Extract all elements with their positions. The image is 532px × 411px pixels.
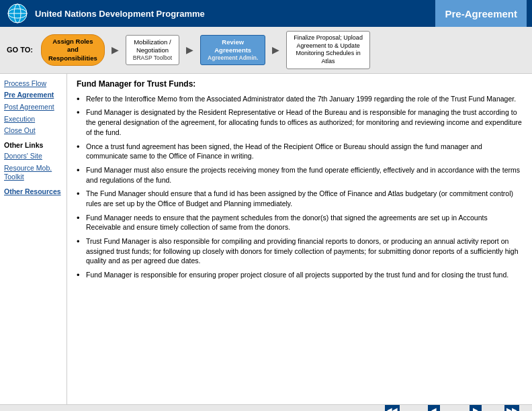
step-mobilization-box[interactable]: Mobilization /Negotiation BRASP Toolbot	[126, 35, 179, 66]
bullet-item: • Fund Manager needs to ensure that the …	[77, 213, 523, 232]
header-title: United Nations Development Programme	[35, 9, 435, 19]
flow-step-mobilization[interactable]: Mobilization /Negotiation BRASP Toolbot	[126, 35, 179, 66]
goto-label: GO TO:	[7, 46, 33, 54]
bullet-dot: •	[77, 271, 86, 279]
bullet-dot: •	[77, 95, 86, 103]
content-area: Fund Manager for Trust Funds: • Refer to…	[67, 74, 532, 404]
sidebar: Process Flow Pre Agreement Post Agreemen…	[0, 74, 67, 404]
bullet-dot: •	[77, 108, 86, 117]
arrow-2: ▶	[186, 44, 193, 55]
last-page-button[interactable]: ▶▶ Last Page	[498, 405, 525, 411]
sidebar-pre-agreement[interactable]: Pre Agreement	[4, 91, 62, 100]
bullet-text: The Fund Manager should ensure that a fu…	[86, 189, 523, 208]
bullet-item: • Fund Manager is designated by the Resi…	[77, 107, 523, 137]
flow-step-finalize[interactable]: Finalize Proposal; UploadAgreement to & …	[286, 31, 370, 69]
step-mobilization-label: Mobilization /Negotiation	[134, 38, 171, 54]
bullet-text: Fund Manager needs to ensure that the pa…	[86, 213, 523, 232]
bullet-text: Once a trust fund agreement has been sig…	[86, 142, 523, 161]
next-page-button[interactable]: ▶ Next Page	[461, 405, 490, 411]
bullet-text: Trust Fund Manager is also responsible f…	[86, 236, 523, 266]
step-mobilization-sub: BRASP Toolbot	[133, 54, 172, 62]
step-review-sub: Agreement Admin.	[208, 54, 258, 62]
sidebar-execution[interactable]: Execution	[4, 115, 62, 124]
bullet-item: • Fund Manager must also ensure the proj…	[77, 165, 523, 185]
bullet-item: • Once a trust fund agreement has been s…	[77, 142, 523, 161]
bullet-text: Refer to the Interoffice Memo from the A…	[86, 94, 523, 104]
bullet-item: • The Fund Manager should ensure that a …	[77, 189, 523, 208]
sidebar-donors-site[interactable]: Donors' Site	[4, 152, 62, 161]
bullet-dot: •	[77, 189, 86, 198]
bullet-text: Fund Manager must also ensure the projec…	[86, 165, 523, 185]
bullet-text: Fund Manager is responsible for ensuring…	[86, 270, 523, 280]
last-page-icon: ▶▶	[504, 405, 519, 411]
footer: Non-core Revenue Management-Better Pract…	[0, 404, 532, 411]
step-assign-box[interactable]: Assign RolesandResponsibilities	[41, 34, 105, 66]
section-title: Pre-Agreement	[435, 0, 527, 27]
bullet-list: • Refer to the Interoffice Memo from the…	[77, 94, 523, 280]
bullet-dot: •	[77, 214, 86, 222]
step-finalize-box[interactable]: Finalize Proposal; UploadAgreement to & …	[286, 31, 370, 69]
next-page-icon: ▶	[470, 405, 482, 411]
arrow-1: ▶	[112, 44, 119, 55]
bullet-dot: •	[77, 237, 86, 246]
bullet-item: • Refer to the Interoffice Memo from the…	[77, 94, 523, 104]
bullet-item: • Fund Manager is responsible for ensuri…	[77, 270, 523, 280]
first-page-icon: ◀◀	[385, 405, 400, 411]
flow-step-review[interactable]: ReviewAgreements Agreement Admin.	[200, 35, 265, 66]
bullet-text: Fund Manager is designated by the Reside…	[86, 107, 523, 137]
bullet-dot: •	[77, 142, 86, 151]
previous-page-icon: ◀	[428, 405, 440, 411]
step-finalize-label: Finalize Proposal; UploadAgreement to & …	[294, 34, 363, 64]
sidebar-close-out[interactable]: Close Out	[4, 126, 62, 136]
other-links-label: Other Links	[4, 141, 62, 149]
bullet-item: • Trust Fund Manager is also responsible…	[77, 236, 523, 266]
bullet-dot: •	[77, 166, 86, 175]
undp-logo	[5, 1, 30, 26]
sidebar-resource-mob[interactable]: Resource Mob. Toolkit	[4, 164, 62, 182]
step-review-box[interactable]: ReviewAgreements Agreement Admin.	[200, 35, 265, 66]
previous-page-button[interactable]: ◀ Previous Page	[414, 405, 454, 411]
nav-bar: GO TO: Assign RolesandResponsibilities ▶…	[0, 27, 532, 74]
footer-nav: ◀◀ First Page ◀ Previous Page ▶ Next Pag…	[379, 405, 525, 411]
content-title: Fund Manager for Trust Funds:	[77, 79, 523, 89]
main-layout: Process Flow Pre Agreement Post Agreemen…	[0, 74, 532, 404]
step-review-label: ReviewAgreements	[214, 38, 251, 54]
sidebar-process-flow[interactable]: Process Flow	[4, 79, 62, 89]
first-page-button[interactable]: ◀◀ First Page	[379, 405, 406, 411]
sidebar-post-agreement[interactable]: Post Agreement	[4, 103, 62, 112]
step-assign-label: Assign RolesandResponsibilities	[48, 38, 97, 62]
sidebar-other-resources[interactable]: Other Resources	[4, 187, 62, 197]
arrow-3: ▶	[272, 44, 279, 55]
header: United Nations Development Programme Pre…	[0, 0, 532, 27]
flow-step-assign[interactable]: Assign RolesandResponsibilities	[41, 34, 105, 66]
